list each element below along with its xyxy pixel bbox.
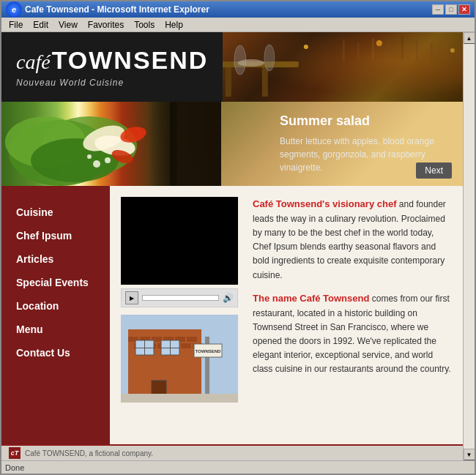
menu-help[interactable]: Help <box>160 19 187 31</box>
building-svg: TOWNSEND <box>121 315 238 403</box>
menu-tools[interactable]: Tools <box>130 19 159 31</box>
browser-main-area: café TOWNSEND Nouveau World Cuisine <box>1 32 475 460</box>
menu-view[interactable]: View <box>54 19 82 31</box>
logo-cafe: café <box>16 51 51 74</box>
para2-suffix: comes from our first restaurant, located… <box>253 293 451 375</box>
svg-text:TOWNSEND: TOWNSEND <box>196 349 222 354</box>
video-player <box>121 197 238 285</box>
left-nav: Cuisine Chef Ipsum Articles Special Even… <box>1 186 110 444</box>
svg-rect-40 <box>187 337 197 342</box>
svg-point-29 <box>105 157 111 163</box>
salad-visual <box>1 102 221 186</box>
scroll-down-button[interactable]: ▼ <box>464 449 475 460</box>
minimize-button[interactable]: ─ <box>432 4 444 15</box>
text-column: Café Townsend's visionary chef and found… <box>253 197 452 403</box>
svg-rect-49 <box>135 348 154 348</box>
svg-point-28 <box>93 160 100 168</box>
footer-text: Café TOWNSEND, a fictional company. <box>25 449 153 457</box>
scroll-up-button[interactable]: ▲ <box>464 32 475 44</box>
next-button[interactable]: Next <box>416 162 452 179</box>
svg-rect-45 <box>181 343 191 348</box>
salad-svg <box>1 102 221 186</box>
play-button[interactable]: ▶ <box>125 291 138 304</box>
media-column: ▶ 🔊 <box>121 197 242 403</box>
title-bar: e Cafe Townsend - Microsoft Internet Exp… <box>1 1 475 18</box>
close-button[interactable]: ✕ <box>458 4 470 15</box>
status-bar: Done <box>1 460 475 474</box>
logo-area: café TOWNSEND Nouveau World Cuisine <box>1 32 223 102</box>
header-photo <box>223 32 463 102</box>
feature-section: Summer salad Butter lettuce with apples,… <box>1 102 463 186</box>
menu-bar: File Edit View Favorites Tools Help <box>1 18 475 32</box>
nav-menu[interactable]: Menu <box>1 318 110 341</box>
content-inner: ▶ 🔊 <box>121 197 452 403</box>
svg-point-30 <box>87 154 92 159</box>
title-bar-left: e Cafe Townsend - Microsoft Internet Exp… <box>6 1 209 18</box>
menu-edit[interactable]: Edit <box>29 19 53 31</box>
scrollbar-right: ▲ ▼ <box>463 32 475 460</box>
logo-tagline: Nouveau World Cuisine <box>16 78 208 88</box>
menu-favorites[interactable]: Favorites <box>83 19 128 31</box>
nav-cuisine[interactable]: Cuisine <box>1 201 110 224</box>
svg-rect-32 <box>148 102 177 186</box>
site-wrapper: café TOWNSEND Nouveau World Cuisine <box>1 32 463 460</box>
heading1: Café Townsend's visionary chef <box>253 198 396 209</box>
para1: Café Townsend's visionary chef and found… <box>253 197 452 283</box>
logo-text: café TOWNSEND <box>16 46 208 75</box>
right-content: ▶ 🔊 <box>110 186 463 444</box>
menu-file[interactable]: File <box>4 19 27 31</box>
site-header: café TOWNSEND Nouveau World Cuisine <box>1 32 463 102</box>
nav-chef-ipsum[interactable]: Chef Ipsum <box>1 224 110 247</box>
svg-rect-52 <box>161 348 179 348</box>
window-title: Cafe Townsend - Microsoft Internet Explo… <box>25 4 209 15</box>
nav-special-events[interactable]: Special Events <box>1 271 110 294</box>
svg-rect-31 <box>170 102 221 186</box>
window-controls: ─ □ ✕ <box>432 4 470 15</box>
footer-logo-icon: cT <box>9 447 21 459</box>
header-photo-overlay <box>223 32 463 102</box>
scrollbar-track[interactable] <box>464 44 475 449</box>
heading2: The name Café Townsend <box>253 293 369 304</box>
speaker-icon: 🔊 <box>223 293 234 303</box>
ie-logo: e <box>6 1 22 18</box>
site-footer: cT Café TOWNSEND, a fictional company. <box>1 444 463 460</box>
progress-bar[interactable] <box>142 295 219 301</box>
building-photo: TOWNSEND <box>121 315 238 403</box>
para2: The name Café Townsend comes from our fi… <box>253 291 452 377</box>
feature-title: Summer salad <box>280 113 448 129</box>
browser-window: e Cafe Townsend - Microsoft Internet Exp… <box>0 0 476 475</box>
main-content: Cuisine Chef Ipsum Articles Special Even… <box>1 186 463 444</box>
para1-suffix: and founder leads the way in a culinary … <box>253 199 446 280</box>
status-text: Done <box>5 463 24 472</box>
nav-articles[interactable]: Articles <box>1 247 110 271</box>
nav-contact-us[interactable]: Contact Us <box>1 341 110 364</box>
video-controls: ▶ 🔊 <box>121 288 238 307</box>
browser-content: café TOWNSEND Nouveau World Cuisine <box>1 32 463 460</box>
nav-location[interactable]: Location <box>1 294 110 318</box>
logo-townsend: TOWNSEND <box>52 46 209 75</box>
svg-rect-57 <box>121 394 238 403</box>
maximize-button[interactable]: □ <box>445 4 457 15</box>
